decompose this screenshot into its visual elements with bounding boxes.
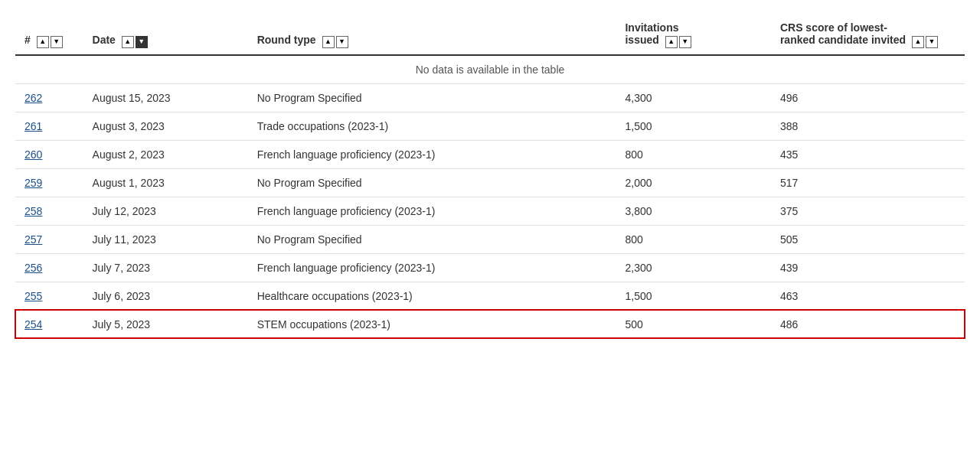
cell-crs: 486	[771, 310, 965, 338]
table-row: 261August 3, 2023Trade occupations (2023…	[15, 112, 965, 140]
cell-num: 255	[15, 282, 83, 310]
sort-inv-up[interactable]: ▲	[665, 36, 678, 48]
sort-num-down[interactable]: ▼	[51, 36, 63, 48]
table-row: 256July 7, 2023French language proficien…	[15, 253, 965, 282]
row-number-link[interactable]: 257	[24, 233, 42, 246]
col-header-invitations: Invitationsissued ▲ ▼	[616, 15, 770, 55]
sort-inv-down[interactable]: ▼	[679, 36, 691, 48]
cell-date: August 2, 2023	[83, 140, 248, 168]
row-number-link[interactable]: 256	[24, 262, 42, 274]
row-number-link[interactable]: 259	[24, 177, 42, 189]
sort-num-up[interactable]: ▲	[37, 36, 49, 48]
cell-round-type: French language proficiency (2023-1)	[248, 140, 616, 168]
table-row: 254July 5, 2023STEM occupations (2023-1)…	[15, 310, 965, 338]
cell-crs: 463	[771, 282, 965, 310]
table-row: 257July 11, 2023No Program Specified8005…	[15, 225, 965, 253]
cell-crs: 388	[771, 112, 965, 140]
no-data-message: No data is available in the table	[15, 55, 965, 84]
cell-date: August 1, 2023	[83, 168, 248, 197]
col-header-crs: CRS score of lowest-ranked candidate inv…	[771, 15, 965, 55]
cell-invitations: 1,500	[616, 112, 770, 140]
col-round-label: Round type	[257, 34, 316, 46]
cell-date: August 3, 2023	[83, 112, 248, 140]
cell-date: July 5, 2023	[83, 310, 248, 338]
cell-invitations: 800	[616, 225, 770, 253]
cell-num: 257	[15, 225, 83, 253]
col-date-sort: ▲ ▼	[122, 36, 148, 48]
no-data-row: No data is available in the table	[15, 55, 965, 84]
table-header-row: # ▲ ▼ Date ▲ ▼ Round type ▲	[15, 15, 965, 55]
cell-date: July 11, 2023	[83, 225, 248, 253]
col-crs-sort: ▲ ▼	[912, 36, 938, 48]
col-header-num: # ▲ ▼	[15, 15, 83, 55]
cell-num: 261	[15, 112, 83, 140]
sort-date-down[interactable]: ▼	[136, 36, 148, 48]
cell-round-type: Healthcare occupations (2023-1)	[248, 282, 616, 310]
cell-round-type: Trade occupations (2023-1)	[248, 112, 616, 140]
cell-round-type: STEM occupations (2023-1)	[248, 310, 616, 338]
cell-crs: 517	[771, 168, 965, 197]
sort-round-down[interactable]: ▼	[336, 36, 348, 48]
sort-crs-up[interactable]: ▲	[912, 36, 924, 48]
cell-num: 256	[15, 253, 83, 282]
cell-num: 259	[15, 168, 83, 197]
cell-round-type: No Program Specified	[248, 168, 616, 197]
sort-date-up[interactable]: ▲	[122, 36, 134, 48]
row-number-link[interactable]: 254	[24, 318, 42, 331]
table-row: 259August 1, 2023No Program Specified2,0…	[15, 168, 965, 197]
cell-crs: 439	[771, 253, 965, 282]
cell-crs: 505	[771, 225, 965, 253]
table-row: 260August 2, 2023French language profici…	[15, 140, 965, 168]
col-date-label: Date	[93, 34, 116, 46]
sort-crs-down[interactable]: ▼	[926, 36, 938, 48]
col-round-sort: ▲ ▼	[322, 36, 348, 48]
cell-round-type: French language proficiency (2023-1)	[248, 197, 616, 225]
cell-invitations: 2,000	[616, 168, 770, 197]
row-number-link[interactable]: 262	[24, 92, 42, 104]
col-crs-label: CRS score of lowest-ranked candidate inv…	[780, 21, 906, 46]
table-row: 258July 12, 2023French language proficie…	[15, 197, 965, 225]
row-number-link[interactable]: 260	[24, 148, 42, 161]
sort-round-up[interactable]: ▲	[322, 36, 335, 48]
cell-invitations: 4,300	[616, 83, 770, 112]
table-row: 255July 6, 2023Healthcare occupations (2…	[15, 282, 965, 310]
cell-invitations: 3,800	[616, 197, 770, 225]
col-header-date: Date ▲ ▼	[83, 15, 248, 55]
cell-invitations: 2,300	[616, 253, 770, 282]
col-header-round: Round type ▲ ▼	[248, 15, 616, 55]
cell-num: 260	[15, 140, 83, 168]
cell-invitations: 800	[616, 140, 770, 168]
cell-invitations: 500	[616, 310, 770, 338]
cell-crs: 496	[771, 83, 965, 112]
cell-date: July 7, 2023	[83, 253, 248, 282]
table-row: 262August 15, 2023No Program Specified4,…	[15, 83, 965, 112]
cell-crs: 435	[771, 140, 965, 168]
cell-num: 262	[15, 83, 83, 112]
col-num-label: #	[24, 34, 31, 46]
cell-round-type: No Program Specified	[248, 225, 616, 253]
row-number-link[interactable]: 261	[24, 120, 42, 132]
data-table-container: # ▲ ▼ Date ▲ ▼ Round type ▲	[15, 15, 965, 339]
row-number-link[interactable]: 255	[24, 290, 42, 302]
cell-date: July 6, 2023	[83, 282, 248, 310]
cell-invitations: 1,500	[616, 282, 770, 310]
invitations-table: # ▲ ▼ Date ▲ ▼ Round type ▲	[15, 15, 965, 339]
col-invitations-sort: ▲ ▼	[665, 36, 691, 48]
cell-crs: 375	[771, 197, 965, 225]
cell-round-type: No Program Specified	[248, 83, 616, 112]
cell-num: 258	[15, 197, 83, 225]
cell-round-type: French language proficiency (2023-1)	[248, 253, 616, 282]
cell-num: 254	[15, 310, 83, 338]
row-number-link[interactable]: 258	[24, 205, 42, 217]
cell-date: August 15, 2023	[83, 83, 248, 112]
cell-date: July 12, 2023	[83, 197, 248, 225]
table-body: No data is available in the table 262Aug…	[15, 55, 965, 339]
col-num-sort: ▲ ▼	[37, 36, 63, 48]
